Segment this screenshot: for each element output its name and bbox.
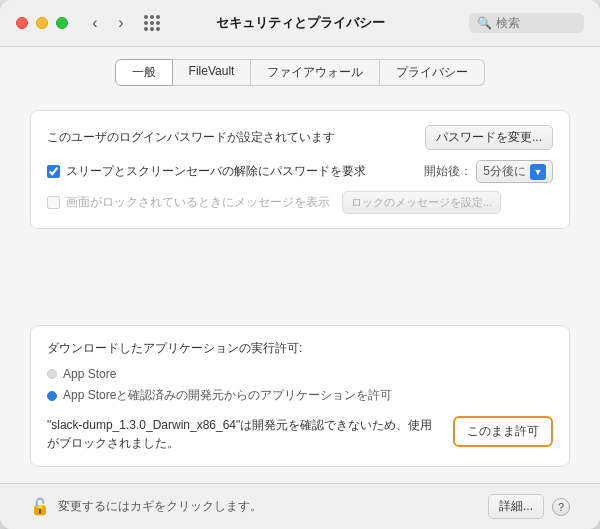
radio-appstore-icon — [47, 369, 57, 379]
screensaver-label: スリープとスクリーンセーバの解除にパスワードを要求 — [66, 163, 366, 180]
spacer — [30, 241, 570, 313]
radio-group: App Store App Storeと確認済みの開発元からのアプリケーションを… — [47, 367, 553, 404]
tab-general[interactable]: 一般 — [115, 59, 173, 86]
close-button[interactable] — [16, 17, 28, 29]
radio-appstore-label: App Store — [63, 367, 116, 381]
minimize-button[interactable] — [36, 17, 48, 29]
details-button[interactable]: 詳細... — [488, 494, 544, 519]
lock-message-button: ロックのメッセージを設定... — [342, 191, 501, 214]
change-password-button[interactable]: パスワードを変更... — [425, 125, 553, 150]
lock-message-label: 画面がロックされているときにメッセージを表示 — [66, 194, 330, 211]
tab-filevault[interactable]: FileVault — [173, 59, 252, 86]
tab-privacy[interactable]: プライバシー — [380, 59, 485, 86]
back-button[interactable]: ‹ — [84, 12, 106, 34]
footer-label: 変更するにはカギをクリックします。 — [58, 498, 262, 515]
blocked-message-row: "slack-dump_1.3.0_Darwin_x86_64"は開発元を確認で… — [47, 416, 553, 452]
radio-identified-icon — [47, 391, 57, 401]
delay-select[interactable]: 5分後に ▼ — [476, 160, 553, 183]
help-button[interactable]: ? — [552, 498, 570, 516]
preferences-window: ‹ › セキュリティとプライバシー 🔍 一般 FileVault ファイアウォー… — [0, 0, 600, 529]
screensaver-checkbox[interactable] — [47, 165, 60, 178]
search-icon: 🔍 — [477, 16, 492, 30]
tab-firewall[interactable]: ファイアウォール — [251, 59, 380, 86]
downloads-title: ダウンロードしたアプリケーションの実行許可: — [47, 340, 553, 357]
delay-value: 5分後に — [483, 163, 526, 180]
app-grid-icon[interactable] — [144, 15, 160, 31]
tab-bar: 一般 FileVault ファイアウォール プライバシー — [0, 47, 600, 94]
footer: 🔓 変更するにはカギをクリックします。 詳細... ? — [0, 483, 600, 529]
screensaver-row: スリープとスクリーンセーバの解除にパスワードを要求 開始後： 5分後に ▼ — [47, 160, 553, 183]
main-content: このユーザのログインパスワードが設定されています パスワードを変更... スリー… — [0, 94, 600, 483]
window-title: セキュリティとプライバシー — [216, 14, 385, 32]
search-box[interactable]: 🔍 — [469, 13, 584, 33]
forward-button[interactable]: › — [110, 12, 132, 34]
radio-appstore-row: App Store — [47, 367, 553, 381]
lock-message-checkbox[interactable] — [47, 196, 60, 209]
traffic-lights — [16, 17, 68, 29]
allow-button[interactable]: このまま許可 — [453, 416, 553, 447]
blocked-message: "slack-dump_1.3.0_Darwin_x86_64"は開発元を確認で… — [47, 416, 443, 452]
nav-buttons: ‹ › — [84, 12, 132, 34]
radio-identified-label: App Storeと確認済みの開発元からのアプリケーションを許可 — [63, 387, 392, 404]
radio-identified-row: App Storeと確認済みの開発元からのアプリケーションを許可 — [47, 387, 553, 404]
delay-select-group: 開始後： 5分後に ▼ — [424, 160, 553, 183]
titlebar: ‹ › セキュリティとプライバシー 🔍 — [0, 0, 600, 47]
maximize-button[interactable] — [56, 17, 68, 29]
search-input[interactable] — [496, 16, 576, 30]
footer-right: 詳細... ? — [488, 494, 570, 519]
lock-icon[interactable]: 🔓 — [30, 497, 50, 516]
footer-left: 🔓 変更するにはカギをクリックします。 — [30, 497, 262, 516]
login-password-label: このユーザのログインパスワードが設定されています — [47, 129, 335, 146]
delay-prefix: 開始後： — [424, 163, 472, 180]
downloads-section: ダウンロードしたアプリケーションの実行許可: App Store App Sto… — [30, 325, 570, 467]
select-arrow-icon: ▼ — [530, 164, 546, 180]
lock-message-row: 画面がロックされているときにメッセージを表示 ロックのメッセージを設定... — [47, 191, 553, 214]
password-row: このユーザのログインパスワードが設定されています パスワードを変更... — [47, 125, 553, 150]
login-password-section: このユーザのログインパスワードが設定されています パスワードを変更... スリー… — [30, 110, 570, 229]
